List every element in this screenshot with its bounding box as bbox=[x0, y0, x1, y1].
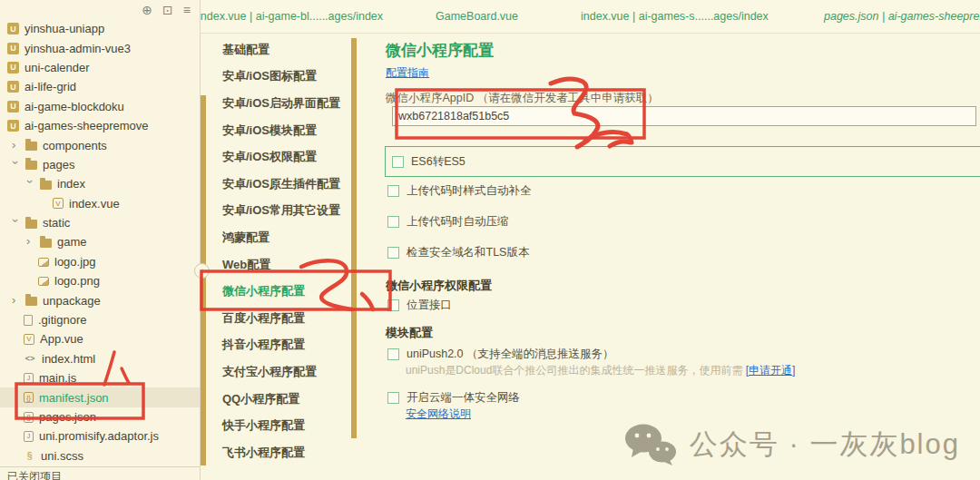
tree-item[interactable]: Uai-games-sheepremove bbox=[0, 116, 200, 135]
folder-icon bbox=[40, 239, 52, 248]
tree-item[interactable]: Jmain.js bbox=[0, 368, 200, 387]
collapse-all-icon[interactable]: ⊡ bbox=[162, 3, 173, 17]
tree-item[interactable]: <>index.html bbox=[0, 349, 200, 368]
chevron-icon[interactable]: › bbox=[12, 138, 20, 152]
file-tree: Uyinshua-uniappUyinshua-admin-vue3Uuni-c… bbox=[0, 19, 200, 465]
option-label: 上传代码时自动压缩 bbox=[407, 214, 509, 230]
checkbox-icon[interactable] bbox=[387, 392, 399, 404]
checkbox-icon[interactable] bbox=[387, 247, 399, 259]
config-menu-item[interactable]: 抖音小程序配置 bbox=[201, 332, 351, 359]
config-menu-item[interactable]: 快手小程序配置 bbox=[201, 412, 351, 439]
tab-index-vue-blockdoku[interactable]: index.vue | ai-game-bl......ages/index bbox=[201, 10, 383, 23]
option-label: 上传代码时样式自动补全 bbox=[407, 183, 532, 199]
tree-item[interactable]: Uai-life-grid bbox=[0, 77, 200, 96]
file-label: pages bbox=[43, 158, 74, 171]
option-label: 开启云端一体安全网络 bbox=[407, 390, 520, 406]
appid-label: 微信小程序AppID （请在微信开发者工具中申请获取） bbox=[386, 91, 659, 106]
secure-network-doc-link[interactable]: 安全网络说明 bbox=[406, 407, 471, 422]
tree-item[interactable]: ›index bbox=[0, 174, 200, 193]
es6-option-highlight: ES6转ES5 bbox=[385, 146, 980, 177]
config-menu-item[interactable]: 安卓/iOS权限配置 bbox=[201, 143, 351, 171]
tree-item[interactable]: .gitignore bbox=[0, 310, 200, 329]
config-menu-item[interactable]: 安卓/iOS原生插件配置 bbox=[201, 171, 351, 198]
file-label: yinshua-admin-vue3 bbox=[24, 42, 131, 55]
file-label: ai-game-blockdoku bbox=[24, 100, 124, 113]
option-label: ES6转ES5 bbox=[411, 154, 466, 170]
option-secure-network[interactable]: 开启云端一体安全网络 bbox=[387, 390, 520, 406]
file-label: main.js bbox=[39, 371, 76, 385]
config-menu-item[interactable]: 安卓/iOS常用其它设置 bbox=[201, 198, 351, 225]
option-label: uniPush2.0 （支持全端的消息推送服务） bbox=[407, 347, 614, 362]
checkbox-icon[interactable] bbox=[387, 348, 399, 360]
tree-item[interactable]: Uyinshua-admin-vue3 bbox=[0, 38, 200, 57]
tree-item[interactable]: §uni.scss bbox=[0, 446, 200, 465]
chevron-icon[interactable]: › bbox=[9, 161, 23, 169]
chevron-icon[interactable]: › bbox=[26, 234, 34, 248]
config-menu-item[interactable]: 飞书小程序配置 bbox=[201, 439, 351, 466]
js-icon: J bbox=[24, 373, 34, 384]
option-check-domain-tls[interactable]: 检查安全域名和TLS版本 bbox=[387, 245, 529, 260]
option-es6-to-es5[interactable]: ES6转ES5 bbox=[392, 154, 466, 170]
config-menu-scrollbar[interactable] bbox=[351, 38, 357, 438]
collapse-panel-button[interactable]: ‹ bbox=[194, 263, 210, 279]
checkbox-icon[interactable] bbox=[387, 216, 399, 228]
vue-icon: V bbox=[24, 334, 34, 345]
image-icon bbox=[38, 277, 49, 286]
tree-item[interactable]: Uai-game-blockdoku bbox=[0, 97, 200, 116]
tree-item[interactable]: ›game bbox=[0, 232, 200, 251]
appid-input[interactable] bbox=[392, 106, 976, 126]
config-menu-item[interactable]: 支付宝小程序配置 bbox=[201, 358, 351, 386]
config-menu-item[interactable]: 基础配置 bbox=[201, 36, 351, 64]
config-guide-link[interactable]: 配置指南 bbox=[386, 65, 429, 81]
wechat-miniprogram-config-form: 微信小程序配置 配置指南 微信小程序AppID （请在微信开发者工具中申请获取）… bbox=[358, 33, 980, 480]
file-label: unpackage bbox=[43, 294, 101, 308]
config-menu-item[interactable]: 百度小程序配置 bbox=[201, 305, 351, 332]
file-explorer-panel: ⊕ ⊡ ≡ Uyinshua-uniappUyinshua-admin-vue3… bbox=[0, 0, 201, 480]
closed-projects-label[interactable]: 已关闭项目 bbox=[0, 466, 200, 480]
tab-gameboard-vue[interactable]: GameBoard.vue bbox=[436, 10, 518, 23]
config-menu-item[interactable]: 安卓/iOS图标配置 bbox=[201, 64, 351, 91]
option-style-autocomplete[interactable]: 上传代码时样式自动补全 bbox=[387, 183, 532, 199]
module-section-title: 模块配置 bbox=[386, 325, 433, 341]
option-location-api[interactable]: 位置接口 bbox=[387, 298, 452, 313]
chevron-icon[interactable]: › bbox=[24, 180, 37, 188]
file-label: .gitignore bbox=[38, 313, 86, 327]
tree-item[interactable]: logo.png bbox=[0, 271, 200, 290]
unipush-description: uniPush是DCloud联合个推公司推出的集成性统一推送服务，使用前需 [申… bbox=[406, 363, 795, 378]
add-circle-icon[interactable]: ⊕ bbox=[142, 3, 152, 17]
tree-item[interactable]: Vindex.vue bbox=[0, 194, 200, 213]
tree-item[interactable]: Uyinshua-uniapp bbox=[0, 19, 200, 38]
apply-unipush-link[interactable]: [申请开通] bbox=[746, 364, 796, 377]
tab-pages-json[interactable]: pages.json | ai-games-sheepremove bbox=[824, 10, 980, 23]
watermark-text: 公众号 · 一灰灰blog bbox=[690, 426, 960, 464]
tree-item[interactable]: logo.jpg bbox=[0, 252, 200, 271]
tree-item[interactable]: {}manifest.json bbox=[0, 387, 200, 407]
tree-item[interactable]: ›components bbox=[0, 135, 200, 154]
config-menu-item[interactable]: 鸿蒙配置 bbox=[201, 224, 351, 251]
option-unipush[interactable]: uniPush2.0 （支持全端的消息推送服务） bbox=[387, 347, 614, 362]
tree-item[interactable]: Juni.promisify.adaptor.js bbox=[0, 426, 200, 446]
file-label: game bbox=[57, 235, 87, 249]
chevron-icon[interactable]: › bbox=[9, 219, 23, 227]
checkbox-icon[interactable] bbox=[387, 185, 399, 197]
project-icon: U bbox=[7, 81, 19, 93]
unipush-desc-text: uniPush是DCloud联合个推公司推出的集成性统一推送服务，使用前需 bbox=[406, 364, 746, 377]
config-menu-item[interactable]: 微信小程序配置 bbox=[201, 278, 351, 305]
chevron-icon[interactable]: › bbox=[12, 293, 20, 307]
tree-item[interactable]: Uuni-calender bbox=[0, 58, 200, 77]
tree-item[interactable]: ›pages bbox=[0, 155, 200, 174]
tree-item[interactable]: ›unpackage bbox=[0, 290, 200, 309]
tree-item[interactable]: ›static bbox=[0, 213, 200, 232]
tree-item[interactable]: VApp.vue bbox=[0, 329, 200, 348]
config-menu-item[interactable]: Web配置 bbox=[201, 251, 351, 279]
config-menu-item[interactable]: QQ小程序配置 bbox=[201, 386, 351, 413]
config-menu-item[interactable]: 安卓/iOS启动界面配置 bbox=[201, 90, 351, 117]
checkbox-icon[interactable] bbox=[392, 156, 404, 168]
config-menu-item[interactable]: 安卓/iOS模块配置 bbox=[201, 117, 351, 144]
file-label: uni-calender bbox=[24, 61, 90, 74]
menu-icon[interactable]: ≡ bbox=[183, 3, 191, 17]
option-auto-compress[interactable]: 上传代码时自动压缩 bbox=[387, 214, 509, 230]
tab-index-vue-sheepremove[interactable]: index.vue | ai-games-s......ages/index bbox=[581, 10, 769, 23]
tree-item[interactable]: {}pages.json bbox=[0, 407, 200, 426]
checkbox-icon[interactable] bbox=[387, 299, 399, 311]
